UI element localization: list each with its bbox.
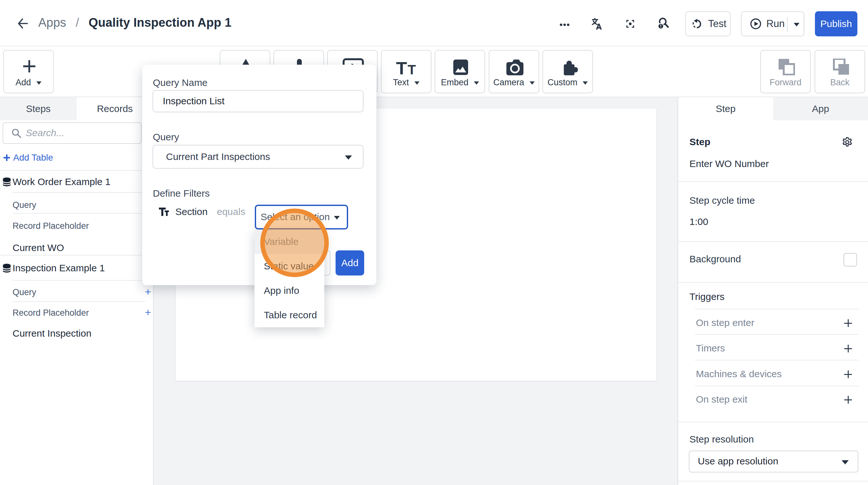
svg-text:T: T (408, 62, 416, 77)
svg-text:T: T (396, 60, 407, 77)
